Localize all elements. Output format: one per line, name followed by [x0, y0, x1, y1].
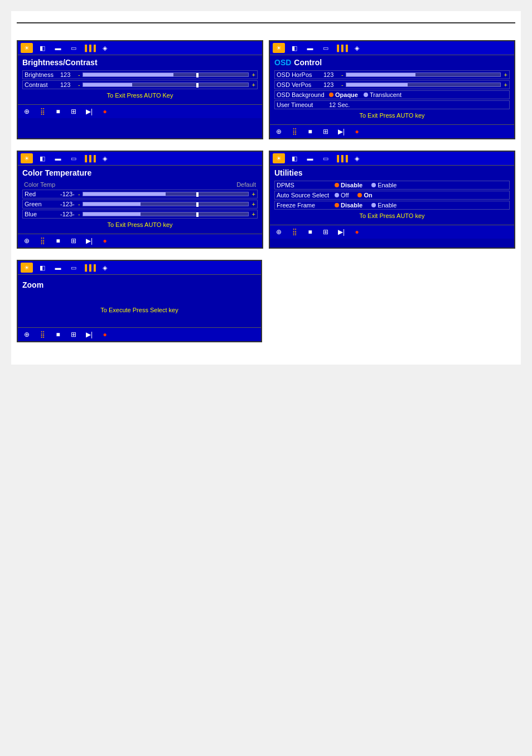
bc-bot-grid[interactable]: ⣿	[36, 106, 49, 117]
osd-icon-monitor[interactable]: ▬	[304, 43, 316, 53]
bc-exit-text: To Exit Press AUTO Key	[22, 92, 258, 99]
osd-bot-grid[interactable]: ⣿	[288, 127, 301, 137]
contrast-track[interactable]	[83, 83, 249, 87]
util-bot-info[interactable]: ●	[351, 227, 363, 237]
zoom-icon-diamond[interactable]: ◈	[99, 263, 111, 273]
bc-icon-monitor[interactable]: ▬	[52, 43, 64, 53]
freeze-disable[interactable]: Disable	[335, 202, 362, 209]
osd-title: OSD Control	[274, 58, 510, 67]
osd-icon-bars[interactable]: ▐▐▐	[335, 43, 347, 53]
util-icon-bars[interactable]: ▐▐▐	[335, 153, 347, 163]
ct-bot-zoom[interactable]: ⊕	[21, 236, 33, 246]
contrast-minus: -	[78, 81, 80, 88]
bc-bot-mosaic[interactable]: ⊞	[67, 106, 80, 117]
osd-horpos-track[interactable]	[346, 72, 501, 77]
ct-icon-bars[interactable]: ▐▐▐	[83, 153, 95, 163]
util-top-iconbar: ☀ ◧ ▬ ▭ ▐▐▐ ◈	[270, 152, 514, 166]
osd-icon-blank[interactable]: ▭	[320, 43, 332, 53]
ct-bot-mosaic[interactable]: ⊞	[67, 236, 80, 246]
zoom-icon-blank[interactable]: ▭	[67, 263, 80, 273]
bc-icon-bars[interactable]: ▐▐▐	[83, 43, 95, 53]
green-track[interactable]	[83, 202, 249, 206]
green-value: -123-	[60, 201, 76, 207]
util-bot-play[interactable]: ▶|	[335, 227, 347, 237]
bc-bot-play[interactable]: ▶|	[83, 106, 95, 117]
blue-value: -123-	[60, 211, 76, 217]
dpms-disable-radio[interactable]	[335, 183, 339, 187]
user-timeout-value: 12 Sec.	[329, 101, 350, 108]
brightness-label: Brightness	[25, 71, 58, 78]
osd-bottom-bar: ⊕ ⣿ ■ ⊞ ▶| ●	[270, 124, 514, 138]
dpms-disable[interactable]: Disable	[335, 182, 362, 188]
zoom-bot-sq[interactable]: ■	[52, 329, 64, 340]
dpms-enable-radio[interactable]	[371, 183, 376, 187]
ct-icon-brightness[interactable]: ☀	[21, 153, 33, 163]
auto-source-off-radio[interactable]	[335, 193, 339, 197]
ct-bot-info[interactable]: ●	[99, 236, 111, 246]
ct-icon-monitor[interactable]: ▬	[52, 153, 64, 163]
bc-icon-blank[interactable]: ▭	[67, 43, 80, 53]
zoom-bot-grid[interactable]: ⣿	[36, 329, 49, 340]
util-icon-diamond[interactable]: ◈	[351, 153, 363, 163]
ct-bot-play[interactable]: ▶|	[83, 236, 95, 246]
auto-source-on-label: On	[364, 192, 372, 198]
osd-bg-translucent[interactable]: Translucent	[364, 91, 402, 98]
zoom-bot-play[interactable]: ▶|	[83, 329, 95, 340]
auto-source-off[interactable]: Off	[335, 192, 349, 198]
bc-icon-diamond[interactable]: ◈	[99, 43, 111, 53]
zoom-bot-zoom[interactable]: ⊕	[21, 329, 33, 340]
ct-icon-blank[interactable]: ▭	[67, 153, 80, 163]
blue-track[interactable]	[83, 212, 249, 216]
zoom-icon-contrast[interactable]: ◧	[36, 263, 49, 273]
zoom-bot-info[interactable]: ●	[99, 329, 111, 340]
osd-bot-zoom[interactable]: ⊕	[273, 127, 285, 137]
util-icon-monitor[interactable]: ▬	[304, 153, 316, 163]
zoom-bot-mosaic[interactable]: ⊞	[67, 329, 80, 340]
bc-bot-zoom[interactable]: ⊕	[21, 106, 33, 117]
osd-bot-info[interactable]: ●	[351, 127, 363, 137]
osd-bot-sq[interactable]: ■	[304, 127, 316, 137]
zoom-top-iconbar: ☀ ◧ ▬ ▭ ▐▐▐ ◈	[18, 261, 261, 275]
osd-verpos-track[interactable]	[346, 83, 501, 87]
ct-icon-contrast[interactable]: ◧	[36, 153, 49, 163]
auto-source-on-radio[interactable]	[357, 193, 362, 197]
ct-bot-grid[interactable]: ⣿	[36, 236, 49, 246]
freeze-options: Disable Enable	[335, 202, 396, 209]
util-bot-zoom[interactable]: ⊕	[273, 227, 285, 237]
util-bot-mosaic[interactable]: ⊞	[320, 227, 332, 237]
red-track[interactable]	[83, 192, 249, 196]
util-bot-grid[interactable]: ⣿	[288, 227, 301, 237]
zoom-icon-brightness[interactable]: ☀	[21, 263, 33, 273]
util-bot-sq[interactable]: ■	[304, 227, 316, 237]
osd-verpos-fill	[346, 83, 408, 86]
osd-icon-diamond[interactable]: ◈	[351, 43, 363, 53]
osd-bot-play[interactable]: ▶|	[335, 127, 347, 137]
dpms-enable[interactable]: Enable	[371, 182, 396, 188]
row3-panels: ☀ ◧ ▬ ▭ ▐▐▐ ◈ Zoom To Execute Press Sele…	[17, 260, 515, 342]
osd-bot-mosaic[interactable]: ⊞	[320, 127, 332, 137]
util-icon-brightness[interactable]: ☀	[273, 153, 285, 163]
bc-bot-info[interactable]: ●	[99, 106, 111, 117]
zoom-icon-bars[interactable]: ▐▐▐	[83, 263, 95, 273]
brightness-track[interactable]	[83, 72, 249, 77]
osd-bg-opaque-radio[interactable]	[329, 93, 333, 97]
bc-icon-brightness[interactable]: ☀	[21, 43, 33, 53]
bc-bot-sq[interactable]: ■	[52, 106, 64, 117]
osd-bg-opaque[interactable]: Opaque	[329, 91, 358, 98]
ct-icon-diamond[interactable]: ◈	[99, 153, 111, 163]
osd-icon-brightness[interactable]: ☀	[273, 43, 285, 53]
ct-bot-sq[interactable]: ■	[52, 236, 64, 246]
osd-bg-translucent-radio[interactable]	[364, 93, 368, 97]
util-icon-blank[interactable]: ▭	[320, 153, 332, 163]
auto-source-on[interactable]: On	[357, 192, 372, 198]
zoom-icon-monitor[interactable]: ▬	[52, 263, 64, 273]
osd-icon-contrast[interactable]: ◧	[288, 43, 301, 53]
contrast-value: 123	[60, 81, 76, 88]
util-icon-contrast[interactable]: ◧	[288, 153, 301, 163]
freeze-disable-radio[interactable]	[335, 203, 339, 207]
zoom-spacer	[22, 293, 257, 304]
freeze-enable[interactable]: Enable	[371, 202, 396, 209]
bc-icon-contrast[interactable]: ◧	[36, 43, 49, 53]
bc-bottom-bar: ⊕ ⣿ ■ ⊞ ▶| ●	[18, 104, 262, 118]
freeze-enable-radio[interactable]	[371, 203, 376, 207]
